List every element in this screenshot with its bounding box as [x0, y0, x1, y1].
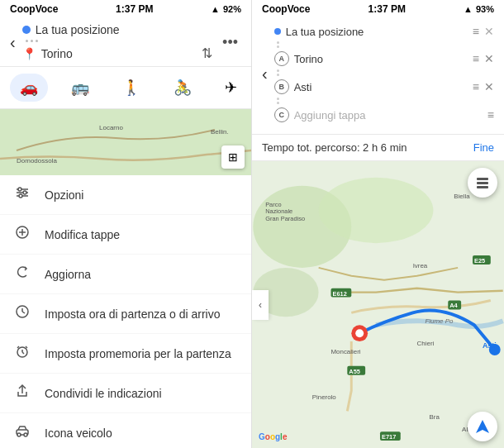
swap-button[interactable]: ⇅: [202, 45, 212, 61]
refresh-icon: [13, 265, 31, 284]
svg-line-20: [26, 346, 27, 348]
transport-tabs: 🚗 🚌 🚶 🚴 ✈: [0, 67, 251, 109]
from-field-text[interactable]: La tua posizione: [286, 26, 468, 38]
close-icon-a[interactable]: ✕: [484, 52, 494, 65]
sep-dot-r3: [277, 69, 279, 72]
svg-rect-59: [477, 182, 488, 184]
route-header-top: ‹ La tua posizione ≡ ✕ A Torino ≡: [262, 25, 494, 122]
stop-c-label: C: [274, 107, 289, 122]
svg-point-22: [17, 433, 21, 436]
location-icon-left: ▲: [211, 4, 220, 14]
alarm-icon: [13, 344, 31, 363]
svg-point-34: [355, 329, 364, 337]
layers-button-right[interactable]: [468, 168, 497, 198]
from-dot-right: [274, 28, 281, 35]
from-field-row: La tua posizione ≡ ✕: [274, 25, 494, 38]
google-logo: Google: [259, 432, 287, 441]
destination-pin-icon: 📍: [22, 47, 36, 60]
svg-text:Nazionale: Nazionale: [265, 207, 292, 215]
battery-left: 92%: [223, 4, 241, 14]
svg-point-8: [23, 191, 26, 194]
menu-item-condividi[interactable]: Condividi le indicazioni: [0, 374, 251, 413]
sep-dot-r6: [277, 102, 279, 104]
svg-line-15: [22, 312, 25, 313]
back-button-right[interactable]: ‹: [262, 64, 268, 83]
battery-right: 93%: [476, 4, 494, 14]
menu-item-aggiorna[interactable]: Aggiorna: [0, 255, 251, 294]
share-icon: [13, 384, 31, 403]
collapse-arrow[interactable]: ‹: [252, 290, 269, 320]
status-bar-left: CoopVoce 1:37 PM ▲ 92%: [0, 0, 251, 18]
svg-point-31: [319, 178, 434, 243]
tab-bike[interactable]: 🚴: [164, 74, 202, 102]
left-panel: CoopVoce 1:37 PM ▲ 92% ‹ La tua posizion…: [0, 0, 252, 448]
sep-dot-r2: [277, 45, 279, 48]
sep-dot-r4: [277, 74, 279, 76]
carrier-left: CoopVoce: [10, 3, 58, 15]
right-panel: CoopVoce 1:37 PM ▲ 93% ‹ La tua posizion…: [252, 0, 504, 448]
close-icon-from[interactable]: ✕: [484, 25, 494, 38]
map-svg: Parco Nazionale Gran Paradiso Biella E25…: [252, 161, 504, 448]
fine-button[interactable]: Fine: [473, 141, 494, 154]
hamburger-icon-b[interactable]: ≡: [473, 80, 479, 93]
menu-item-ora[interactable]: Imposta ora di partenza o di arrivo: [0, 294, 251, 334]
menu-item-promemoria[interactable]: Imposta promemoria per la partenza: [0, 334, 251, 374]
clock-icon: [13, 304, 31, 323]
from-dot: [22, 26, 31, 34]
svg-text:A4: A4: [449, 302, 458, 309]
time-left: 1:37 PM: [116, 3, 153, 15]
menu-list: Opzioni Modifica tappe Aggiorna: [0, 175, 251, 448]
google-e: e: [283, 432, 288, 441]
svg-text:Locarno: Locarno: [99, 124, 123, 131]
svg-text:Moncalieri: Moncalieri: [330, 348, 360, 355]
svg-text:E612: E612: [332, 290, 346, 298]
tab-transit[interactable]: 🚌: [61, 74, 99, 102]
svg-text:Asti: Asti: [483, 341, 497, 350]
status-icons-right: ▲ 93%: [464, 4, 494, 14]
menu-label-veicolo: Icona veicolo: [45, 427, 112, 440]
menu-item-modifica[interactable]: Modifica tappe: [0, 215, 251, 255]
location-arrow-icon: [474, 418, 491, 435]
sliders-icon: [13, 185, 31, 204]
tab-walk[interactable]: 🚶: [112, 74, 150, 102]
location-button[interactable]: [468, 412, 497, 441]
tab-car[interactable]: 🚗: [10, 74, 48, 102]
stop-c-row: C Aggiungi tappa ≡: [274, 107, 494, 122]
hamburger-icon-c[interactable]: ≡: [487, 108, 494, 122]
from-text[interactable]: La tua posizione: [36, 23, 212, 36]
search-fields-left: La tua posizione 📍 Torino ⇅: [22, 23, 212, 61]
back-button-left[interactable]: ‹: [10, 33, 16, 52]
svg-text:E25: E25: [474, 257, 485, 265]
menu-label-modifica: Modifica tappe: [45, 228, 120, 241]
hamburger-icon-from[interactable]: ≡: [473, 25, 479, 38]
stop-c-text[interactable]: Aggiungi tappa: [294, 109, 483, 122]
hamburger-icon-a[interactable]: ≡: [473, 52, 479, 65]
svg-text:Pinerolo: Pinerolo: [312, 393, 337, 401]
menu-label-opzioni: Opzioni: [45, 188, 83, 202]
more-button-left[interactable]: •••: [219, 32, 241, 53]
route-fields: La tua posizione ≡ ✕ A Torino ≡ ✕: [274, 25, 494, 122]
map-strip-left: Domodossola Locarno Bellin. ⊞: [0, 109, 251, 175]
to-text[interactable]: Torino: [41, 47, 197, 60]
svg-text:Ivrea: Ivrea: [413, 262, 428, 269]
layers-button-strip[interactable]: ⊞: [221, 145, 245, 169]
sep-dot-r5: [277, 98, 279, 100]
status-icons-left: ▲ 92%: [211, 4, 241, 14]
menu-label-promemoria: Imposta promemoria per la partenza: [45, 347, 231, 360]
from-row: La tua posizione: [22, 23, 212, 36]
svg-text:Bra: Bra: [429, 413, 440, 421]
menu-label-aggiorna: Aggiorna: [45, 268, 91, 281]
plus-circle-icon: [13, 225, 31, 244]
tab-fly[interactable]: ✈: [215, 74, 247, 102]
map-container: Parco Nazionale Gran Paradiso Biella E25…: [252, 161, 504, 448]
stop-a-text[interactable]: Torino: [294, 53, 468, 65]
status-bar-right: CoopVoce 1:37 PM ▲ 93%: [252, 0, 504, 18]
stop-b-text[interactable]: Asti: [294, 81, 468, 93]
google-g: G: [259, 432, 265, 441]
menu-item-veicolo[interactable]: Icona veicolo: [0, 413, 251, 448]
svg-line-19: [17, 346, 19, 348]
svg-rect-58: [477, 178, 488, 180]
menu-item-opzioni[interactable]: Opzioni: [0, 175, 251, 215]
close-icon-b[interactable]: ✕: [484, 80, 494, 93]
stop-a-row: A Torino ≡ ✕: [274, 51, 494, 66]
